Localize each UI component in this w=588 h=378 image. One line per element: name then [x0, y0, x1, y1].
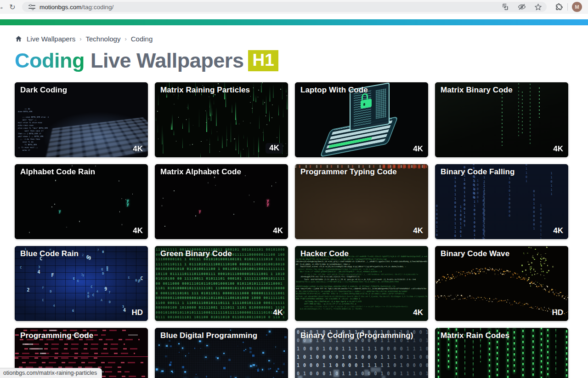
wallpaper-card[interactable]: 111111111 001110000101110011 000101 0010…: [155, 246, 288, 321]
refresh-icon[interactable]: ↻: [6, 3, 18, 11]
wallpaper-grid: == do done BETA_VER ;; case BETA_VER els…: [15, 82, 573, 378]
forward-arrow-icon[interactable]: →: [0, 3, 6, 11]
wallpaper-card[interactable]: :64>+j(+ibie6c1+; _ 8++d 6;i+7 e:830(j90…: [295, 246, 428, 321]
resolution-badge: 4K: [413, 144, 423, 154]
resolution-badge: 4K: [553, 144, 563, 154]
wallpaper-card[interactable]: Laptop With Code4K: [295, 82, 428, 157]
wallpaper-card[interactable]: Binary Code WaveHD: [435, 246, 568, 321]
wallpaper-card[interactable]: 0 1 0 1 0 1 1 0 1 1 0 0 0 1 0 1 1 0 0 0 …: [295, 328, 428, 378]
wallpaper-title: Matrix Rain Codes: [441, 331, 509, 340]
wallpaper-title: Matrix Alphabet Code: [160, 167, 241, 177]
wallpaper-title: Laptop With Code: [300, 86, 368, 95]
wallpaper-card[interactable]: == do done BETA_VER ;; case BETA_VER els…: [15, 82, 148, 157]
resolution-badge: 4K: [553, 226, 563, 235]
eye-off-icon[interactable]: [518, 3, 526, 11]
resolution-badge: 4K: [413, 226, 423, 235]
site-settings-icon[interactable]: [28, 4, 35, 10]
resolution-badge: 4K: [133, 144, 143, 154]
breadcrumb-live-wallpapers[interactable]: Live Wallpapers: [27, 35, 75, 43]
page-title: Coding Live Wallpapers H1: [15, 49, 573, 73]
link-status-tooltip: otionbgs.com/matrix-raining-particles: [0, 368, 102, 378]
wallpaper-title: Binary Code Wave: [441, 249, 509, 258]
translate-icon[interactable]: [502, 3, 509, 11]
url-text: motionbgs.com/tag:coding/: [40, 4, 113, 11]
breadcrumb-technology[interactable]: Technology: [86, 35, 121, 43]
page-title-rest: Live Wallpapers: [90, 49, 243, 73]
resolution-badge: HD: [131, 308, 143, 317]
chevron-right-icon: ›: [124, 35, 126, 42]
url-path: /tag:coding/: [82, 4, 114, 11]
wallpaper-card[interactable]: Programmer Typing Code4K: [295, 164, 428, 239]
wallpaper-title: Blue Code Rain: [20, 249, 79, 258]
wallpaper-title: Binary Coding (Programming): [300, 331, 413, 340]
wallpaper-card[interactable]: 1000011010100000110011010011011010011101…: [435, 164, 568, 239]
wallpaper-title: Matrix Binary Code: [441, 86, 513, 95]
wallpaper-card[interactable]: Matrix Rain Codes: [435, 328, 568, 378]
home-icon[interactable]: [15, 35, 23, 43]
profile-avatar[interactable]: M: [572, 2, 582, 12]
page-gradient-band: [0, 19, 588, 25]
resolution-badge: 4K: [133, 226, 143, 235]
wallpaper-card[interactable]: y yyAlphabet Code Rain4K: [15, 164, 148, 239]
toolbar-divider: [567, 3, 568, 11]
wallpaper-title: Binary Code Falling: [441, 167, 515, 177]
wallpaper-title: Dark Coding: [20, 86, 67, 95]
wallpaper-card[interactable]: Matrix Binary Code4K: [435, 82, 568, 157]
wallpaper-title: Programming Code: [20, 331, 93, 340]
wallpaper-card[interactable]: y yyMatrix Alphabet Code4K: [155, 164, 288, 239]
h1-tag-badge: H1: [248, 50, 278, 71]
wallpaper-title: Alphabet Code Rain: [20, 167, 95, 177]
bookmark-star-icon[interactable]: [534, 3, 542, 11]
resolution-badge: 4K: [413, 308, 423, 317]
wallpaper-title: Programmer Typing Code: [300, 167, 397, 177]
wallpaper-title: Hacker Code: [300, 249, 349, 258]
wallpaper-card[interactable]: Matrix Raining Particles4K: [155, 82, 288, 157]
chevron-right-icon: ›: [79, 35, 81, 42]
wallpaper-card[interactable]: D42FB4EED04D9D19C7BF23667A2EF7483CC1E0EC…: [15, 246, 148, 321]
breadcrumb-coding[interactable]: Coding: [131, 35, 153, 43]
wallpaper-card[interactable]: Blue Digital Programming: [155, 328, 288, 378]
resolution-badge: 4K: [273, 226, 283, 235]
wallpaper-title: Green Binary Code: [160, 249, 232, 258]
wallpaper-title: Matrix Raining Particles: [160, 86, 250, 95]
browser-toolbar: → ↻ motionbgs.com/tag:coding/ M: [0, 0, 588, 14]
url-bar[interactable]: motionbgs.com/tag:coding/: [22, 2, 547, 12]
breadcrumb: Live Wallpapers › Technology › Coding: [15, 35, 573, 43]
resolution-badge: 4K: [273, 308, 283, 317]
page-title-highlight: Coding: [15, 49, 85, 73]
resolution-badge: HD: [552, 308, 563, 317]
url-domain: motionbgs.com: [40, 4, 82, 11]
resolution-badge: 4K: [266, 143, 283, 154]
extensions-icon[interactable]: [555, 3, 563, 11]
wallpaper-title: Blue Digital Programming: [160, 331, 257, 340]
